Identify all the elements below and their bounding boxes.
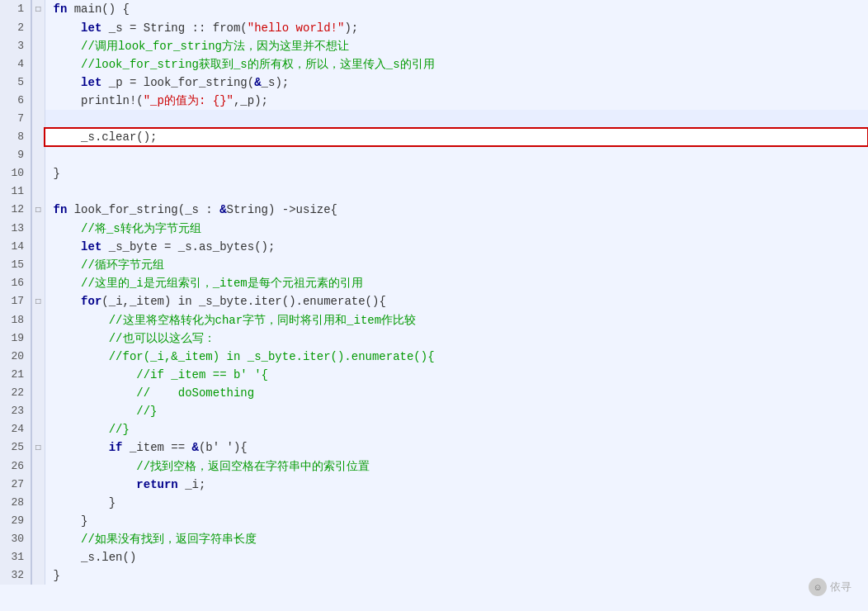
table-row: 32} — [0, 566, 868, 585]
fold-indicator — [31, 366, 45, 384]
table-row: 30 //如果没有找到，返回字符串长度 — [0, 530, 868, 548]
line-number: 10 — [0, 164, 31, 182]
code-token — [54, 76, 82, 89]
code-token: for — [81, 295, 101, 308]
table-row: 28 } — [0, 494, 868, 512]
code-token: & — [192, 441, 199, 454]
code-content: println!("_p的值为: {}",_p); — [45, 92, 868, 110]
code-token: //look_for_string获取到_s的所有权，所以，这里传入_s的引用 — [54, 58, 435, 71]
code-token: //也可以以这么写： — [54, 332, 215, 345]
code-token: //找到空格，返回空格在字符串中的索引位置 — [54, 460, 370, 473]
fold-indicator — [31, 274, 45, 292]
code-token: } — [54, 514, 88, 528]
line-number: 32 — [0, 566, 31, 585]
fold-indicator — [31, 220, 45, 238]
code-token: _s = String :: from( — [101, 21, 247, 35]
code-token — [54, 21, 82, 35]
table-row: 15 //循环字节元组 — [0, 256, 868, 274]
table-row: 20 //for(_i,&_item) in _s_byte.iter().en… — [0, 348, 868, 366]
code-token: _i; — [178, 478, 206, 491]
code-content: } — [45, 512, 868, 530]
line-number: 23 — [0, 402, 31, 420]
table-row: 18 //这里将空格转化为char字节，同时将引用和_item作比较 — [0, 311, 868, 329]
fold-indicator — [31, 457, 45, 476]
code-token: "_p的值为: {}" — [144, 94, 234, 107]
table-row: 19 //也可以以这么写： — [0, 329, 868, 348]
fold-indicator — [31, 128, 45, 146]
fold-indicator — [31, 548, 45, 566]
code-content: //这里将空格转化为char字节，同时将引用和_item作比较 — [45, 311, 868, 329]
code-token: //} — [54, 405, 158, 418]
table-row: 31 _s.len() — [0, 548, 868, 566]
fold-indicator[interactable]: □ — [31, 201, 45, 220]
line-number: 24 — [0, 420, 31, 438]
fold-indicator — [31, 384, 45, 402]
code-token: //如果没有找到，返回字符串长度 — [54, 533, 257, 546]
line-number: 26 — [0, 457, 31, 476]
code-token: ); — [344, 21, 358, 35]
code-content: if _item == &(b' '){ — [45, 438, 868, 457]
fold-indicator — [31, 566, 45, 585]
code-content: _s.len() — [45, 548, 868, 566]
line-number: 14 — [0, 238, 31, 256]
line-number: 30 — [0, 530, 31, 548]
code-token: let — [81, 21, 101, 35]
code-token: _s_byte = _s.as_bytes(); — [101, 240, 275, 253]
table-row: 29 } — [0, 512, 868, 530]
code-content: } — [45, 566, 868, 585]
code-token: & — [219, 203, 226, 216]
line-number: 27 — [0, 476, 31, 494]
fold-indicator — [31, 420, 45, 438]
watermark-icon: ☺ — [809, 578, 827, 596]
line-number: 29 — [0, 512, 31, 530]
fold-indicator — [31, 530, 45, 548]
code-token: fn — [54, 203, 74, 216]
code-content — [45, 182, 868, 201]
code-content: //调用look_for_string方法，因为这里并不想让 — [45, 37, 868, 55]
line-number: 11 — [0, 182, 31, 201]
table-row: 23 //} — [0, 402, 868, 420]
code-token: "hello world!" — [248, 21, 345, 35]
code-container: 1□fn main() {2 let _s = String :: from("… — [0, 0, 868, 611]
watermark-text: 依寻 — [830, 580, 851, 594]
fold-indicator — [31, 512, 45, 530]
line-number: 6 — [0, 92, 31, 110]
code-content — [45, 110, 868, 128]
fold-indicator — [31, 55, 45, 73]
code-token: look_for_string(_s : — [74, 203, 219, 216]
fold-indicator — [31, 329, 45, 348]
table-row: 25□ if _item == &(b' '){ — [0, 438, 868, 457]
code-table: 1□fn main() {2 let _s = String :: from("… — [0, 0, 868, 585]
table-row: 14 let _s_byte = _s.as_bytes(); — [0, 238, 868, 256]
table-row: 17□ for(_i,_item) in _s_byte.iter().enum… — [0, 292, 868, 311]
code-content: let _s_byte = _s.as_bytes(); — [45, 238, 868, 256]
fold-indicator — [31, 238, 45, 256]
code-content: } — [45, 164, 868, 182]
code-content: let _s = String :: from("hello world!"); — [45, 19, 868, 37]
fold-indicator[interactable]: □ — [31, 438, 45, 457]
code-content: //for(_i,&_item) in _s_byte.iter().enume… — [45, 348, 868, 366]
table-row: 6 println!("_p的值为: {}",_p); — [0, 92, 868, 110]
fold-indicator — [31, 476, 45, 494]
table-row: 9 — [0, 146, 868, 164]
line-number: 16 — [0, 274, 31, 292]
code-token: return — [136, 478, 177, 491]
line-number: 8 — [0, 128, 31, 146]
code-token: (b' '){ — [199, 441, 248, 454]
fold-indicator[interactable]: □ — [31, 0, 45, 19]
code-token: //if _item == b' '{ — [54, 368, 268, 381]
code-content: //也可以以这么写： — [45, 329, 868, 348]
line-number: 13 — [0, 220, 31, 238]
fold-indicator — [31, 92, 45, 110]
code-token: & — [254, 76, 261, 89]
table-row: 26 //找到空格，返回空格在字符串中的索引位置 — [0, 457, 868, 476]
line-number: 20 — [0, 348, 31, 366]
code-content: fn look_for_string(_s : &String) ->usize… — [45, 201, 868, 220]
watermark: ☺ 依寻 — [809, 578, 851, 596]
code-token — [54, 478, 137, 491]
code-token: _s.len() — [54, 551, 137, 564]
fold-indicator — [31, 348, 45, 366]
fold-indicator[interactable]: □ — [31, 292, 45, 311]
code-content: _s.clear(); — [45, 128, 868, 146]
code-content: return _i; — [45, 476, 868, 494]
